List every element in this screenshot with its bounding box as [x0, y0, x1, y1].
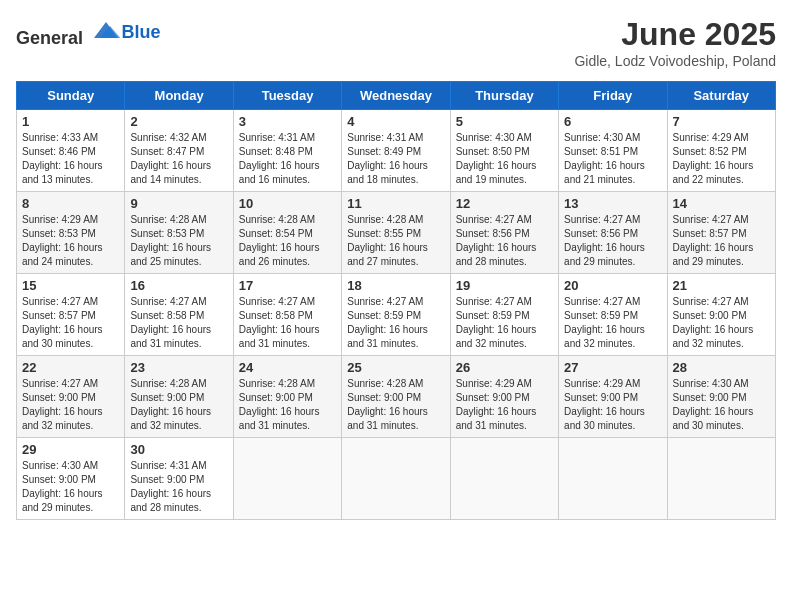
day-info: Sunrise: 4:29 AMSunset: 8:53 PMDaylight:…	[22, 214, 103, 267]
calendar-cell: 15 Sunrise: 4:27 AMSunset: 8:57 PMDaylig…	[17, 274, 125, 356]
calendar-cell: 16 Sunrise: 4:27 AMSunset: 8:58 PMDaylig…	[125, 274, 233, 356]
calendar-cell	[233, 438, 341, 520]
calendar-cell: 22 Sunrise: 4:27 AMSunset: 9:00 PMDaylig…	[17, 356, 125, 438]
day-info: Sunrise: 4:28 AMSunset: 8:54 PMDaylight:…	[239, 214, 320, 267]
day-number: 6	[564, 114, 661, 129]
calendar-header-row: SundayMondayTuesdayWednesdayThursdayFrid…	[17, 82, 776, 110]
day-info: Sunrise: 4:29 AMSunset: 9:00 PMDaylight:…	[456, 378, 537, 431]
day-info: Sunrise: 4:28 AMSunset: 8:55 PMDaylight:…	[347, 214, 428, 267]
calendar-cell: 14 Sunrise: 4:27 AMSunset: 8:57 PMDaylig…	[667, 192, 775, 274]
day-info: Sunrise: 4:28 AMSunset: 9:00 PMDaylight:…	[239, 378, 320, 431]
day-number: 29	[22, 442, 119, 457]
calendar-week-row: 22 Sunrise: 4:27 AMSunset: 9:00 PMDaylig…	[17, 356, 776, 438]
calendar-week-row: 8 Sunrise: 4:29 AMSunset: 8:53 PMDayligh…	[17, 192, 776, 274]
day-number: 11	[347, 196, 444, 211]
day-number: 26	[456, 360, 553, 375]
weekday-header-monday: Monday	[125, 82, 233, 110]
day-number: 27	[564, 360, 661, 375]
calendar-cell: 19 Sunrise: 4:27 AMSunset: 8:59 PMDaylig…	[450, 274, 558, 356]
day-info: Sunrise: 4:29 AMSunset: 8:52 PMDaylight:…	[673, 132, 754, 185]
calendar-cell: 24 Sunrise: 4:28 AMSunset: 9:00 PMDaylig…	[233, 356, 341, 438]
calendar-week-row: 1 Sunrise: 4:33 AMSunset: 8:46 PMDayligh…	[17, 110, 776, 192]
day-number: 21	[673, 278, 770, 293]
day-info: Sunrise: 4:29 AMSunset: 9:00 PMDaylight:…	[564, 378, 645, 431]
day-info: Sunrise: 4:27 AMSunset: 8:59 PMDaylight:…	[347, 296, 428, 349]
day-number: 2	[130, 114, 227, 129]
calendar-cell	[450, 438, 558, 520]
logo-text-general: General	[16, 28, 83, 48]
logo-text-blue: Blue	[122, 22, 161, 43]
calendar-cell: 7 Sunrise: 4:29 AMSunset: 8:52 PMDayligh…	[667, 110, 775, 192]
day-number: 28	[673, 360, 770, 375]
logo-icon	[90, 16, 122, 44]
title-area: June 2025 Gidle, Lodz Voivodeship, Polan…	[574, 16, 776, 69]
calendar-cell: 4 Sunrise: 4:31 AMSunset: 8:49 PMDayligh…	[342, 110, 450, 192]
day-number: 7	[673, 114, 770, 129]
calendar-week-row: 29 Sunrise: 4:30 AMSunset: 9:00 PMDaylig…	[17, 438, 776, 520]
calendar-cell: 27 Sunrise: 4:29 AMSunset: 9:00 PMDaylig…	[559, 356, 667, 438]
calendar-cell: 25 Sunrise: 4:28 AMSunset: 9:00 PMDaylig…	[342, 356, 450, 438]
day-number: 8	[22, 196, 119, 211]
day-number: 30	[130, 442, 227, 457]
calendar-cell: 17 Sunrise: 4:27 AMSunset: 8:58 PMDaylig…	[233, 274, 341, 356]
calendar-cell: 26 Sunrise: 4:29 AMSunset: 9:00 PMDaylig…	[450, 356, 558, 438]
calendar-cell: 28 Sunrise: 4:30 AMSunset: 9:00 PMDaylig…	[667, 356, 775, 438]
day-info: Sunrise: 4:31 AMSunset: 9:00 PMDaylight:…	[130, 460, 211, 513]
day-info: Sunrise: 4:31 AMSunset: 8:48 PMDaylight:…	[239, 132, 320, 185]
weekday-header-tuesday: Tuesday	[233, 82, 341, 110]
day-info: Sunrise: 4:27 AMSunset: 8:56 PMDaylight:…	[564, 214, 645, 267]
calendar-cell: 11 Sunrise: 4:28 AMSunset: 8:55 PMDaylig…	[342, 192, 450, 274]
weekday-header-saturday: Saturday	[667, 82, 775, 110]
day-info: Sunrise: 4:28 AMSunset: 9:00 PMDaylight:…	[347, 378, 428, 431]
calendar-week-row: 15 Sunrise: 4:27 AMSunset: 8:57 PMDaylig…	[17, 274, 776, 356]
calendar-cell: 20 Sunrise: 4:27 AMSunset: 8:59 PMDaylig…	[559, 274, 667, 356]
day-number: 9	[130, 196, 227, 211]
day-number: 22	[22, 360, 119, 375]
day-info: Sunrise: 4:30 AMSunset: 8:51 PMDaylight:…	[564, 132, 645, 185]
calendar-cell: 8 Sunrise: 4:29 AMSunset: 8:53 PMDayligh…	[17, 192, 125, 274]
day-info: Sunrise: 4:30 AMSunset: 8:50 PMDaylight:…	[456, 132, 537, 185]
calendar-cell: 2 Sunrise: 4:32 AMSunset: 8:47 PMDayligh…	[125, 110, 233, 192]
logo: General Blue	[16, 16, 161, 49]
day-number: 15	[22, 278, 119, 293]
day-info: Sunrise: 4:27 AMSunset: 8:58 PMDaylight:…	[239, 296, 320, 349]
calendar-cell: 5 Sunrise: 4:30 AMSunset: 8:50 PMDayligh…	[450, 110, 558, 192]
location-title: Gidle, Lodz Voivodeship, Poland	[574, 53, 776, 69]
weekday-header-wednesday: Wednesday	[342, 82, 450, 110]
day-info: Sunrise: 4:27 AMSunset: 9:00 PMDaylight:…	[673, 296, 754, 349]
day-info: Sunrise: 4:30 AMSunset: 9:00 PMDaylight:…	[673, 378, 754, 431]
day-info: Sunrise: 4:31 AMSunset: 8:49 PMDaylight:…	[347, 132, 428, 185]
page-header: General Blue June 2025 Gidle, Lodz Voivo…	[16, 16, 776, 69]
calendar-cell	[342, 438, 450, 520]
day-number: 18	[347, 278, 444, 293]
calendar-cell	[667, 438, 775, 520]
day-number: 12	[456, 196, 553, 211]
calendar-cell: 12 Sunrise: 4:27 AMSunset: 8:56 PMDaylig…	[450, 192, 558, 274]
day-number: 14	[673, 196, 770, 211]
calendar-cell: 1 Sunrise: 4:33 AMSunset: 8:46 PMDayligh…	[17, 110, 125, 192]
day-info: Sunrise: 4:33 AMSunset: 8:46 PMDaylight:…	[22, 132, 103, 185]
day-info: Sunrise: 4:27 AMSunset: 8:57 PMDaylight:…	[22, 296, 103, 349]
calendar-cell: 10 Sunrise: 4:28 AMSunset: 8:54 PMDaylig…	[233, 192, 341, 274]
calendar-cell: 29 Sunrise: 4:30 AMSunset: 9:00 PMDaylig…	[17, 438, 125, 520]
day-number: 1	[22, 114, 119, 129]
day-number: 19	[456, 278, 553, 293]
calendar-cell: 21 Sunrise: 4:27 AMSunset: 9:00 PMDaylig…	[667, 274, 775, 356]
day-number: 25	[347, 360, 444, 375]
calendar-table: SundayMondayTuesdayWednesdayThursdayFrid…	[16, 81, 776, 520]
weekday-header-thursday: Thursday	[450, 82, 558, 110]
day-number: 13	[564, 196, 661, 211]
day-info: Sunrise: 4:27 AMSunset: 8:59 PMDaylight:…	[456, 296, 537, 349]
day-number: 4	[347, 114, 444, 129]
day-number: 5	[456, 114, 553, 129]
day-info: Sunrise: 4:27 AMSunset: 8:58 PMDaylight:…	[130, 296, 211, 349]
day-number: 23	[130, 360, 227, 375]
calendar-cell: 30 Sunrise: 4:31 AMSunset: 9:00 PMDaylig…	[125, 438, 233, 520]
day-number: 3	[239, 114, 336, 129]
month-title: June 2025	[574, 16, 776, 53]
calendar-cell	[559, 438, 667, 520]
calendar-cell: 9 Sunrise: 4:28 AMSunset: 8:53 PMDayligh…	[125, 192, 233, 274]
day-number: 24	[239, 360, 336, 375]
weekday-header-friday: Friday	[559, 82, 667, 110]
day-info: Sunrise: 4:27 AMSunset: 8:59 PMDaylight:…	[564, 296, 645, 349]
